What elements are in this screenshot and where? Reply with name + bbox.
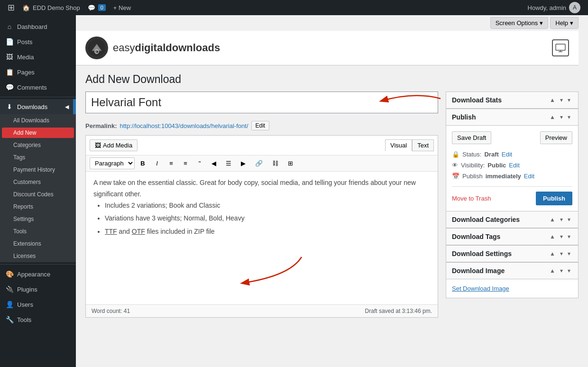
editor-content[interactable]: A new take on the essential classic. Gre… — [86, 172, 438, 304]
download-categories-header: Download Categories ▲ ▾ ▾ — [446, 211, 578, 228]
new-content-menu[interactable]: + New — [110, 0, 135, 15]
visibility-edit-link[interactable]: Edit — [509, 162, 519, 169]
publish-panel: Publish ▲ ▾ ▾ Save Draft Preview — [446, 109, 579, 211]
downloads-submenu: All Downloads Add New Categories Tags Pa… — [0, 114, 76, 262]
comment-icon: 💬 — [88, 4, 95, 11]
sidebar-item-pages[interactable]: 📋 Pages — [0, 64, 76, 80]
post-title-input[interactable]: Helvarial Font — [85, 92, 438, 113]
permalink-url[interactable]: http://localhost:10043/downloads/helvari… — [119, 122, 248, 129]
sidebar-item-label: Media — [17, 54, 34, 61]
remove-link-button[interactable]: ⛓ — [268, 158, 282, 169]
publish-collapse-up[interactable]: ▲ — [548, 113, 557, 121]
blockquote-button[interactable]: " — [193, 158, 206, 169]
ttf-text: TTF — [105, 228, 117, 235]
howdy-menu[interactable]: Howdy, admin A — [524, 2, 584, 13]
unordered-list-button[interactable]: ≡ — [165, 158, 177, 169]
settings-panel-arrows: ▲ ▾ ▾ — [548, 249, 572, 258]
settings-toggle[interactable]: ▾ — [566, 249, 572, 258]
paragraph-select[interactable]: Paragraph — [90, 157, 135, 169]
publish-panel-arrows: ▲ ▾ ▾ — [548, 113, 572, 121]
stats-collapse-down[interactable]: ▾ — [558, 96, 565, 104]
publish-toggle[interactable]: ▾ — [566, 113, 572, 121]
publish-button[interactable]: Publish — [536, 192, 572, 205]
categories-up[interactable]: ▲ — [548, 215, 557, 224]
permalink-edit-button[interactable]: Edit — [251, 121, 270, 130]
save-draft-button[interactable]: Save Draft — [452, 131, 491, 144]
sidebar-item-plugins[interactable]: 🔌 Plugins — [0, 282, 76, 297]
sidebar-item-comments[interactable]: 💬 Comments — [0, 80, 76, 95]
title-wrapper: Helvarial Font — [85, 92, 438, 117]
download-settings-panel: Download Settings ▲ ▾ ▾ — [446, 245, 579, 262]
align-left-button[interactable]: ◀ — [208, 158, 220, 169]
help-button[interactable]: Help ▾ — [550, 17, 579, 29]
align-right-button[interactable]: ▶ — [237, 158, 249, 169]
download-stats-header: Download Stats ▲ ▾ ▾ — [446, 92, 578, 109]
publish-time-edit-link[interactable]: Edit — [524, 173, 534, 180]
sidebar-item-settings[interactable]: Settings — [0, 213, 76, 225]
site-name-menu[interactable]: 🏠 EDD Demo Shop — [18, 0, 84, 15]
comments-menu[interactable]: 💬 0 — [84, 0, 110, 15]
insert-link-button[interactable]: 🔗 — [251, 158, 266, 169]
sidebar-item-tools2[interactable]: 🔧 Tools — [0, 312, 76, 327]
categories-toggle[interactable]: ▾ — [566, 215, 572, 224]
sidebar-item-extensions[interactable]: Extensions — [0, 238, 76, 250]
sidebar-item-all-downloads[interactable]: All Downloads — [0, 114, 76, 127]
wp-logo-menu[interactable]: ⊞ — [4, 0, 18, 15]
visual-tab[interactable]: Visual — [385, 139, 412, 151]
sidebar-item-appearance[interactable]: 🎨 Appearance — [0, 266, 76, 282]
stats-collapse-up[interactable]: ▲ — [548, 96, 557, 104]
tags-up[interactable]: ▲ — [548, 232, 557, 241]
screen-options-button[interactable]: Screen Options ▾ — [490, 17, 549, 29]
visibility-row: 👁 Visibility: Public Edit — [452, 160, 572, 171]
sidebar-item-users[interactable]: 👤 Users — [0, 297, 76, 312]
tags-panel-arrows: ▲ ▾ ▾ — [548, 232, 572, 241]
edd-logo-icon: $ — [85, 37, 108, 59]
move-to-trash-link[interactable]: Move to Trash — [452, 195, 491, 202]
edd-banner: $ easydigitaldownloads — [76, 31, 579, 65]
sidebar-item-payment-history[interactable]: Payment History — [0, 164, 76, 176]
sidebar-item-licenses[interactable]: Licenses — [0, 250, 76, 262]
stats-toggle[interactable]: ▾ — [566, 96, 572, 104]
sidebar-item-add-new[interactable]: Add New — [2, 128, 74, 138]
editor-wrapper: 🖼 Add Media Visual Text Paragraph — [85, 135, 438, 318]
categories-down[interactable]: ▾ — [558, 215, 565, 224]
settings-up[interactable]: ▲ — [548, 249, 557, 258]
sidebar-item-downloads[interactable]: ⬇ Downloads ◀ — [0, 99, 76, 114]
add-media-button[interactable]: 🖼 Add Media — [90, 139, 138, 151]
media-icon: 🖼 — [6, 53, 13, 61]
sidebar-item-discount-codes[interactable]: Discount Codes — [0, 188, 76, 201]
bold-button[interactable]: B — [137, 158, 149, 169]
sidebar-item-tags[interactable]: Tags — [0, 151, 76, 164]
sidebar-item-media[interactable]: 🖼 Media — [0, 49, 76, 64]
sidebar-item-reports[interactable]: Reports — [0, 201, 76, 213]
edd-monitor-button[interactable] — [552, 39, 569, 56]
insert-table-button[interactable]: ⊞ — [284, 158, 297, 169]
text-tab[interactable]: Text — [412, 139, 434, 151]
status-edit-link[interactable]: Edit — [502, 151, 512, 158]
publish-panel-header: Publish ▲ ▾ ▾ — [446, 109, 578, 126]
sidebar-item-customers[interactable]: Customers — [0, 176, 76, 188]
set-download-image-link[interactable]: Set Download Image — [452, 285, 509, 292]
align-center-button[interactable]: ☰ — [222, 158, 235, 169]
pages-icon: 📋 — [6, 68, 13, 76]
sidebar-item-dashboard[interactable]: ⌂ Dashboard — [0, 19, 76, 34]
tags-toggle[interactable]: ▾ — [566, 232, 572, 241]
settings-down[interactable]: ▾ — [558, 249, 565, 258]
ordered-list-button[interactable]: ≡ — [179, 158, 192, 169]
image-down[interactable]: ▾ — [558, 266, 565, 275]
comments-icon: 💬 — [6, 83, 13, 91]
image-toggle[interactable]: ▾ — [566, 266, 572, 275]
sidebar-item-categories[interactable]: Categories — [0, 139, 76, 151]
italic-button[interactable]: I — [151, 158, 163, 169]
download-settings-header: Download Settings ▲ ▾ ▾ — [446, 246, 578, 262]
tags-down[interactable]: ▾ — [558, 232, 565, 241]
avatar: A — [569, 2, 580, 13]
image-up[interactable]: ▲ — [548, 266, 557, 275]
sidebar-item-tools[interactable]: Tools — [0, 225, 76, 238]
plugins-icon: 🔌 — [6, 285, 13, 293]
publish-collapse-down[interactable]: ▾ — [558, 113, 565, 121]
sidebar-item-posts[interactable]: 📄 Posts — [0, 34, 76, 49]
image-panel-arrows: ▲ ▾ ▾ — [548, 266, 572, 275]
list-item-1: Includes 2 variations; Book and Classic — [105, 200, 430, 211]
preview-button[interactable]: Preview — [540, 131, 572, 144]
